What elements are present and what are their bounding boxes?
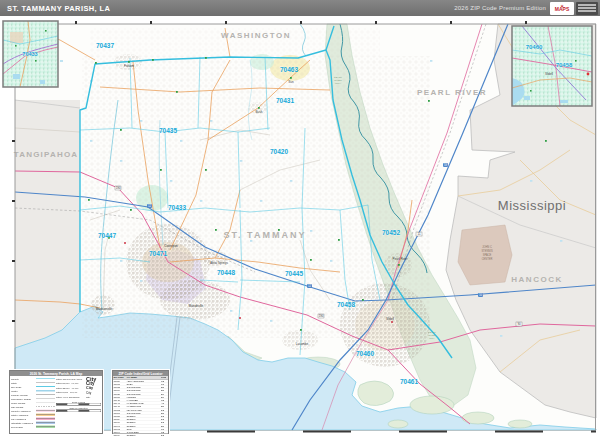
zip-70447: 70447	[98, 232, 116, 239]
city-folsom: Folsom	[124, 64, 134, 68]
svg-text:WMA: WMA	[429, 337, 435, 340]
header-bar: ST. TAMMANY PARISH, LA 2026 ZIP Code Pre…	[0, 0, 600, 16]
marketmaps-logo: ✶ MAPS	[550, 2, 574, 15]
legend-swatch	[36, 393, 55, 396]
svg-text:JOHN C: JOHN C	[482, 245, 492, 249]
svg-text:190: 190	[319, 314, 324, 318]
label-tangipahoa: TANGIPAHOA	[14, 150, 79, 159]
zip-70420: 70420	[270, 148, 288, 155]
zip-index-legend: ZIP Code Index/Grid Locator ZIP Code PO …	[112, 370, 169, 434]
city-lacombe: Lacombe	[296, 342, 309, 346]
svg-text:STENNIS: STENNIS	[481, 249, 493, 253]
legend-swatch	[36, 401, 55, 404]
inset-tr-city-label: Slidell	[545, 72, 553, 76]
label-mississippi: Mississippi	[498, 198, 566, 213]
svg-text:WMA: WMA	[335, 82, 341, 85]
svg-text:10: 10	[479, 293, 483, 297]
scale-bar: Scale in Kilometers	[56, 407, 101, 412]
svg-text:59: 59	[444, 163, 448, 167]
zip-70463: 70463	[280, 66, 298, 73]
svg-text:12: 12	[148, 204, 152, 208]
zip-70431: 70431	[276, 97, 294, 104]
page-title: ST. TAMMANY PARISH, LA	[7, 4, 110, 13]
zip-70433: 70433	[168, 204, 186, 211]
edition-label: 2026 ZIP Code Premium Edition	[454, 5, 546, 11]
legend-row: Toll Roads	[11, 425, 56, 429]
region-tangipahoa	[15, 100, 80, 360]
legend-city-column: Cities 100,000 and Above City Cities 50,…	[56, 377, 101, 429]
logo-maps-text: MAPS	[555, 7, 569, 12]
zip-70461: 70461	[400, 378, 418, 385]
zip-70437: 70437	[96, 42, 114, 49]
svg-text:12: 12	[308, 284, 312, 288]
legend-swatch	[36, 389, 55, 392]
stennis-space-center: JOHN C STENNIS SPACE CENTER	[458, 225, 512, 285]
map-page: ST. TAMMANY PARISH, LA 2026 ZIP Code Pre…	[0, 0, 600, 436]
label-hancock: HANCOCK	[511, 275, 562, 284]
label-washington: WASHINGTON	[221, 31, 291, 40]
legend-swatch	[36, 377, 55, 380]
svg-text:11: 11	[418, 232, 421, 236]
city-covington: Covington	[164, 244, 178, 248]
scale-bar: Scale in Miles	[56, 401, 101, 406]
label-st-tammany: ST. TAMMANY	[224, 230, 307, 240]
inset-tr-zip-70458: 70458	[556, 62, 573, 68]
label-pearl-river: PEARL RIVER	[417, 88, 487, 97]
legend-symbol-column: County State ZIP Code	[11, 377, 56, 429]
zip-70445: 70445	[285, 270, 303, 277]
legend-swatch	[36, 381, 55, 384]
inset-tl-zip-label: 70433	[22, 51, 37, 57]
zip-70452: 70452	[382, 229, 400, 236]
legend-swatch	[36, 425, 55, 428]
zip-index-table: 70420 ABITA SPRINGS C2 70431 BUSH C1 704…	[113, 380, 168, 436]
city-sun: Sun	[288, 80, 294, 84]
legend-swatch	[36, 421, 55, 424]
inset-tr-zip-70460: 70460	[526, 44, 543, 50]
legend-swatch	[36, 409, 55, 412]
edition-info-box	[576, 2, 598, 15]
city-slidell: Slidell	[386, 317, 394, 321]
map-key-legend: 2026 St. Tammany Parish, LA Map County S…	[9, 370, 103, 434]
zip-70448: 70448	[217, 269, 235, 276]
city-madisonville: Madisonville	[96, 307, 113, 311]
svg-text:SPACE: SPACE	[483, 253, 492, 257]
zip-70458: 70458	[337, 301, 355, 308]
zip-70471: 70471	[149, 250, 167, 257]
city-pearl-river: Pearl River	[393, 257, 408, 261]
inset-covington: 70433	[3, 21, 58, 87]
legend-swatch	[36, 417, 55, 420]
svg-text:190: 190	[116, 186, 121, 190]
city-bush: Bush	[256, 110, 263, 114]
svg-text:90: 90	[517, 322, 521, 326]
legend-swatch	[36, 385, 55, 388]
zip-70460: 70460	[356, 350, 374, 357]
svg-text:CENTER: CENTER	[482, 257, 493, 261]
city-mandeville: Mandeville	[189, 304, 204, 308]
city-class-row: Cities 4,999 and Below City	[56, 395, 101, 400]
legend-swatch	[36, 405, 55, 408]
city-abita-springs: Abita Springs	[210, 261, 228, 265]
zip-70435: 70435	[159, 127, 177, 134]
legend-swatch	[36, 413, 55, 416]
legend-swatch	[36, 397, 55, 400]
inset-slidell: 70460 70458 Slidell	[512, 26, 592, 106]
